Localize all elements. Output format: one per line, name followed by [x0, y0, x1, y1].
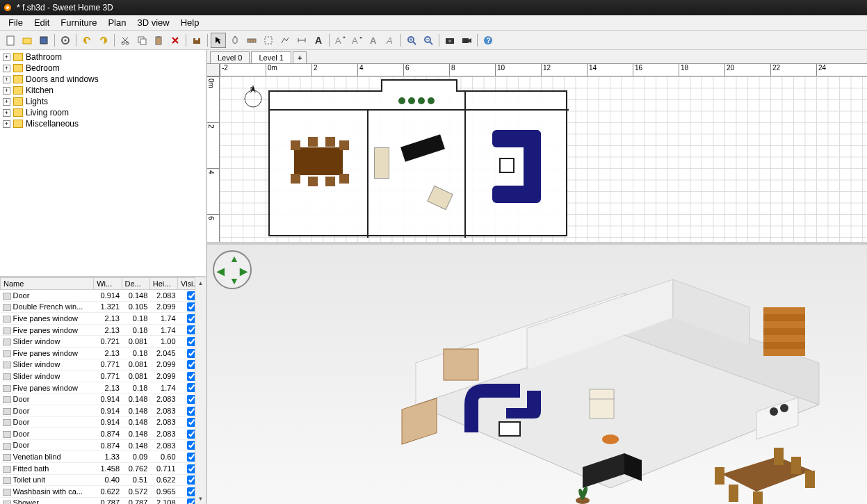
- table-row[interactable]: Five panes window 2.130.181.74: [1, 313, 206, 325]
- delete-button[interactable]: [168, 33, 183, 48]
- wall-tool[interactable]: [244, 33, 259, 48]
- table-row[interactable]: Shower 0.7870.7872.108: [1, 497, 206, 504]
- ruler-tick: 16: [633, 64, 642, 76]
- dimension-tool[interactable]: [294, 33, 309, 48]
- preferences-button[interactable]: [58, 33, 73, 48]
- text-size-up[interactable]: A: [332, 33, 348, 48]
- folder-icon: [13, 97, 23, 106]
- menu-file[interactable]: File: [3, 16, 29, 29]
- svg-text:A: A: [386, 35, 393, 46]
- table-row[interactable]: Door 0.9140.1482.083: [1, 416, 206, 428]
- table-row[interactable]: Fitted bath 1.4580.7620.711: [1, 462, 206, 474]
- select-tool[interactable]: [211, 33, 226, 48]
- tab-level1[interactable]: Level 1: [251, 51, 291, 63]
- expand-icon[interactable]: +: [3, 65, 10, 72]
- copy-button[interactable]: [134, 33, 149, 48]
- save-button[interactable]: [36, 33, 51, 48]
- pan-tool[interactable]: [227, 33, 243, 48]
- expand-icon[interactable]: +: [3, 109, 10, 117]
- scroll-up-icon[interactable]: ▲: [195, 277, 206, 288]
- tab-add-level[interactable]: +: [293, 51, 307, 63]
- folder-icon: [13, 120, 23, 128]
- text-italic[interactable]: A: [382, 33, 398, 48]
- table-row[interactable]: Door 0.8740.1482.083: [1, 439, 206, 451]
- svg-point-40: [245, 90, 261, 107]
- col-depth[interactable]: De...: [122, 278, 149, 290]
- undo-button[interactable]: [79, 33, 95, 48]
- svg-rect-13: [193, 40, 200, 44]
- new-button[interactable]: [3, 33, 18, 48]
- menu-3dview[interactable]: 3D view: [131, 16, 175, 29]
- add-furniture-button[interactable]: [189, 33, 204, 48]
- furniture-thumb-icon: [3, 466, 11, 473]
- paste-button[interactable]: [151, 33, 166, 48]
- scrollbar-vertical[interactable]: ▲ ▼: [195, 277, 206, 504]
- zoom-in-button[interactable]: [404, 33, 419, 48]
- table-row[interactable]: Washbasin with ca... 0.6220.5720.965: [1, 486, 206, 498]
- catalog-item-bedroom[interactable]: +Bedroom: [1, 63, 204, 74]
- col-name[interactable]: Name: [1, 278, 94, 290]
- catalog-item-kitchen[interactable]: +Kitchen: [1, 85, 204, 96]
- table-row[interactable]: Five panes window 2.130.181.74: [1, 382, 206, 393]
- col-height[interactable]: Hei...: [149, 278, 177, 290]
- create-photo-button[interactable]: [442, 33, 457, 48]
- redo-button[interactable]: [96, 33, 111, 48]
- catalog-item-doors-windows[interactable]: +Doors and windows: [1, 74, 204, 85]
- create-video-button[interactable]: [459, 33, 474, 48]
- text-tool[interactable]: A: [311, 33, 326, 48]
- menu-edit[interactable]: Edit: [29, 16, 55, 29]
- table-row[interactable]: Toilet unit 0.400.510.622: [1, 474, 206, 486]
- expand-icon[interactable]: +: [3, 54, 10, 61]
- table-row[interactable]: Slider window 0.7710.0812.099: [1, 359, 206, 371]
- table-row[interactable]: Double French win... 1.3210.1052.099: [1, 301, 206, 313]
- help-button[interactable]: ?: [480, 33, 496, 48]
- expand-icon[interactable]: +: [3, 120, 10, 128]
- plan-2d-view[interactable]: -20m24681012141618202224 0m246 N: [207, 64, 867, 245]
- table-row[interactable]: Slider window 0.7210.0811.00: [1, 336, 206, 348]
- furniture-list[interactable]: Name Wi... De... Hei... Visi... Door 0.9…: [0, 277, 206, 504]
- nav-down-icon[interactable]: ▼: [229, 275, 239, 286]
- svg-rect-2: [7, 36, 14, 45]
- zoom-out-button[interactable]: [421, 33, 436, 48]
- table-row[interactable]: Slider window 0.7710.0812.099: [1, 371, 206, 382]
- polyline-tool[interactable]: [277, 33, 293, 48]
- table-row[interactable]: Door 0.9140.1482.083: [1, 405, 206, 416]
- text-bold[interactable]: A: [366, 33, 381, 48]
- expand-icon[interactable]: +: [3, 76, 10, 83]
- col-width[interactable]: Wi...: [94, 278, 122, 290]
- catalog-item-miscellaneous[interactable]: +Miscellaneous: [1, 118, 204, 129]
- tab-level0[interactable]: Level 0: [210, 51, 250, 63]
- menu-plan[interactable]: Plan: [102, 16, 131, 29]
- compass-icon[interactable]: N: [241, 83, 266, 108]
- svg-point-54: [602, 434, 619, 444]
- catalog-item-bathroom[interactable]: +Bathroom: [1, 51, 204, 63]
- nav-up-icon[interactable]: ▲: [229, 253, 239, 264]
- menu-help[interactable]: Help: [175, 16, 205, 29]
- catalog-item-living-room[interactable]: +Living room: [1, 107, 204, 118]
- table-row[interactable]: Door 0.8740.1482.083: [1, 428, 206, 440]
- catalog-item-lights[interactable]: +Lights: [1, 96, 204, 107]
- furniture-thumb-icon: [3, 385, 11, 392]
- table-row[interactable]: Five panes window 2.130.181.74: [1, 324, 206, 336]
- plan-canvas[interactable]: N: [220, 76, 867, 242]
- cut-button[interactable]: [118, 33, 133, 48]
- table-row[interactable]: Door 0.9140.1482.083: [1, 290, 206, 302]
- table-row[interactable]: Door 0.9140.1482.083: [1, 393, 206, 405]
- expand-icon[interactable]: +: [3, 98, 10, 106]
- furniture-thumb-icon: [3, 396, 11, 403]
- table-row[interactable]: Venetian blind 1.330.090.60: [1, 451, 206, 463]
- svg-rect-59: [729, 485, 738, 502]
- floor-plan-outline[interactable]: [268, 90, 567, 236]
- menu-furniture[interactable]: Furniture: [55, 16, 102, 29]
- nav-right-icon[interactable]: ▶: [240, 266, 248, 277]
- open-button[interactable]: [19, 33, 35, 48]
- view-3d[interactable]: ▲ ▼ ◀ ▶: [207, 245, 867, 504]
- scroll-down-icon[interactable]: ▼: [195, 493, 206, 504]
- room-tool[interactable]: [261, 33, 276, 48]
- furniture-catalog[interactable]: +Bathroom +Bedroom +Doors and windows +K…: [0, 50, 206, 277]
- expand-icon[interactable]: +: [3, 87, 10, 95]
- table-row[interactable]: Five panes window 2.130.182.045: [1, 347, 206, 359]
- nav-left-icon[interactable]: ◀: [217, 266, 225, 277]
- nav-3d-control[interactable]: ▲ ▼ ◀ ▶: [213, 250, 252, 289]
- text-size-down[interactable]: A: [349, 33, 364, 48]
